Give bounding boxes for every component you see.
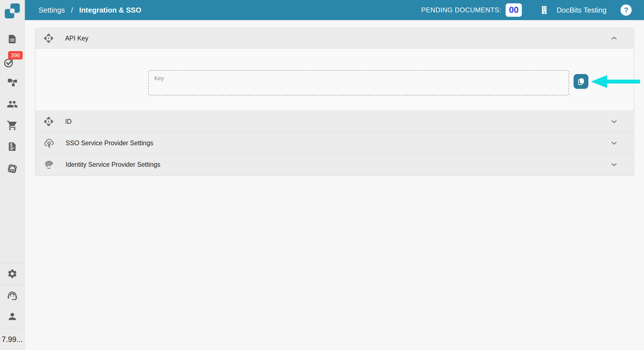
api-key-field-label: Key <box>154 75 164 82</box>
help-button[interactable]: ? <box>621 4 632 16</box>
version-label: 7.99... <box>2 335 24 344</box>
approvals-count-badge: 396 <box>8 51 23 59</box>
pending-documents-label: PENDING DOCUMENTS: <box>421 6 501 14</box>
breadcrumb-settings[interactable]: Settings <box>39 6 65 15</box>
panel-title-api-key: API Key <box>65 35 88 42</box>
api-icon <box>43 116 54 127</box>
accordion-header-api-key[interactable]: API Key <box>35 28 634 48</box>
document-icon <box>7 34 18 44</box>
accordion-header-id[interactable]: ID <box>35 111 634 132</box>
gear-icon <box>7 268 18 279</box>
panel-title-identity: Identity Service Provider Settings <box>66 161 160 168</box>
panel-title-sso: SSO Service Provider Settings <box>66 139 153 147</box>
question-mark-icon: ? <box>624 6 628 15</box>
fingerprint-icon <box>43 159 55 170</box>
settings-accordion: API Key Key <box>35 28 634 175</box>
chevron-down-icon <box>610 161 618 168</box>
people-icon <box>7 99 18 110</box>
sidebar-item-documents[interactable] <box>0 34 25 44</box>
sidebar-item-approvals[interactable]: 396 <box>0 51 25 69</box>
copy-api-key-button[interactable] <box>574 74 588 89</box>
copy-icon <box>577 77 585 86</box>
sidebar-item-account[interactable] <box>0 311 25 322</box>
organization-name[interactable]: DocBits Testing <box>557 6 607 15</box>
sidebar-item-settings[interactable] <box>0 268 25 279</box>
sidebar-item-workflow[interactable] <box>0 77 25 87</box>
divider <box>0 328 25 328</box>
top-bar: Settings / Integration & SSO PENDING DOC… <box>25 0 644 20</box>
sidebar-item-users[interactable] <box>0 99 25 110</box>
sidebar-item-invoices[interactable]: $ <box>0 141 25 152</box>
breadcrumb-separator: / <box>71 6 73 15</box>
panel-title-id: ID <box>65 118 72 125</box>
person-icon <box>7 311 18 322</box>
cart-icon <box>7 120 18 131</box>
breadcrumb: Settings / Integration & SSO <box>39 6 141 15</box>
top-bar-right: PENDING DOCUMENTS: 00 DocBits Test <box>421 3 632 17</box>
building-icon-wrap <box>539 5 549 15</box>
headset-icon <box>7 290 18 301</box>
svg-text:$: $ <box>10 143 13 147</box>
api-icon <box>43 33 54 44</box>
chevron-up-icon <box>610 34 618 42</box>
annotation-arrow <box>591 75 640 88</box>
sidebar-item-support[interactable] <box>0 290 25 301</box>
api-key-panel-body: Key <box>35 48 634 111</box>
divider <box>0 263 25 263</box>
breadcrumb-current-page: Integration & SSO <box>79 6 141 15</box>
building-icon <box>539 5 549 15</box>
api-key-input[interactable]: Key <box>148 70 569 96</box>
workflow-icon <box>7 77 18 87</box>
accordion-header-identity[interactable]: Identity Service Provider Settings <box>35 154 634 175</box>
docbits-logo-icon <box>4 2 21 20</box>
sidebar: 396 <box>0 0 25 350</box>
cloud-key-icon <box>43 137 55 149</box>
chevron-down-icon <box>610 118 618 125</box>
accordion-header-sso[interactable]: SSO Service Provider Settings <box>35 132 634 154</box>
chevron-down-icon <box>610 139 618 147</box>
app-screen: 396 <box>0 0 644 350</box>
pending-documents-count: 00 <box>506 3 522 17</box>
orbit-icon <box>7 163 18 174</box>
sidebar-item-orders[interactable] <box>0 120 25 131</box>
docbits-logo[interactable] <box>0 2 25 20</box>
divider <box>0 285 25 285</box>
invoice-icon: $ <box>7 141 18 152</box>
sidebar-item-integrations[interactable] <box>0 163 25 174</box>
